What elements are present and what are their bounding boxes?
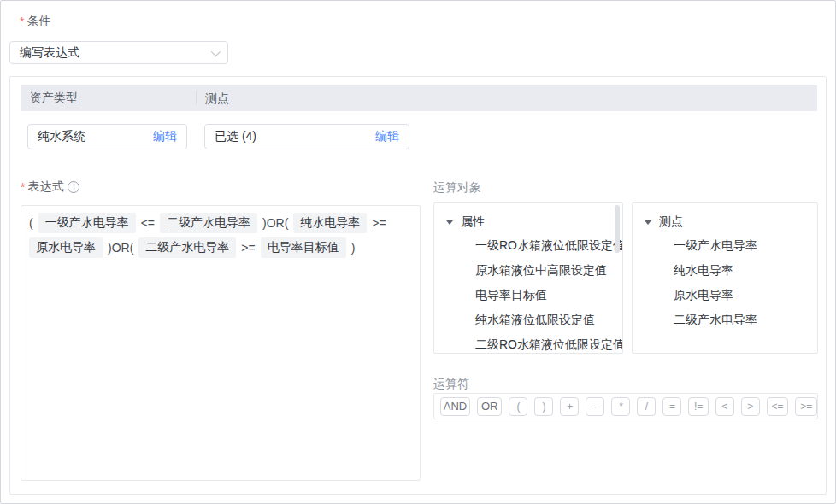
- operator-button[interactable]: *: [611, 397, 630, 416]
- tree-node-points[interactable]: 测点: [633, 214, 817, 230]
- expression-operand-chip[interactable]: 电导率目标值: [261, 237, 346, 258]
- operand-group-points-panel: 测点 一级产水电导率纯水电导率原水电导率二级产水电导率: [632, 202, 818, 354]
- scrollbar-thumb[interactable]: [615, 205, 620, 253]
- points-item-list: 一级产水电导率纯水电导率原水电导率二级产水电导率: [633, 233, 817, 332]
- required-asterisk: *: [20, 15, 24, 28]
- tree-node-label: 测点: [659, 214, 683, 230]
- operator-button[interactable]: AND: [440, 397, 470, 416]
- operator-button[interactable]: >=: [795, 397, 817, 416]
- condition-label-text: 条件: [26, 14, 50, 29]
- operand-group-attributes-panel: 属性 一级RO水箱液位低限设定值原水箱液位中高限设定值电导率目标值纯水箱液位低限…: [433, 202, 623, 354]
- operand-item[interactable]: 一级产水电导率: [633, 233, 817, 258]
- caret-down-icon: [446, 220, 453, 225]
- panel-root: * 条件 编写表达式 资产类型 测点 纯水系统 编辑 已选 (4) 编辑 * 表…: [0, 0, 836, 504]
- operator-button[interactable]: =: [662, 397, 681, 416]
- expression-label-text: 表达式: [27, 179, 63, 195]
- point-edit-link[interactable]: 编辑: [375, 129, 399, 144]
- operand-item[interactable]: 纯水电导率: [633, 258, 817, 283]
- expression-operand-chip[interactable]: 二级产水电导率: [138, 237, 236, 258]
- caret-down-icon: [645, 220, 651, 225]
- expression-operand-chip[interactable]: 纯水电导率: [293, 213, 367, 233]
- asset-type-edit-link[interactable]: 编辑: [153, 129, 177, 144]
- attributes-item-list: 一级RO水箱液位低限设定值原水箱液位中高限设定值电导率目标值纯水箱液位低限设定值…: [434, 233, 622, 354]
- point-selected-value: 已选 (4): [215, 129, 256, 144]
- operator-button[interactable]: (: [509, 397, 527, 416]
- operator-button[interactable]: <=: [767, 397, 789, 416]
- column-header-point: 测点: [196, 91, 817, 105]
- condition-label: * 条件: [20, 14, 50, 29]
- condition-config-container: 资产类型 测点 纯水系统 编辑 已选 (4) 编辑 * 表达式 i (一级产水电…: [9, 76, 827, 495]
- expression-token: (: [29, 216, 33, 230]
- chevron-down-icon: [211, 46, 221, 56]
- operands-section-label: 运算对象: [433, 180, 481, 196]
- operand-item[interactable]: 一级RO水箱液位低限设定值: [434, 233, 622, 258]
- expression-token: )OR(: [108, 241, 133, 255]
- expression-operand-chip[interactable]: 一级产水电导率: [38, 213, 136, 233]
- condition-type-select[interactable]: 编写表达式: [9, 41, 228, 64]
- selection-table-header: 资产类型 测点: [21, 85, 817, 111]
- operator-button[interactable]: /: [637, 397, 656, 416]
- operator-buttons: ANDOR()+-*/=!=<><=>=: [433, 393, 818, 419]
- point-box: 已选 (4) 编辑: [204, 124, 409, 149]
- operand-item[interactable]: 原水箱液位中高限设定值: [434, 258, 622, 283]
- expression-editor[interactable]: (一级产水电导率<=二级产水电导率)OR(纯水电导率>=原水电导率)OR(二级产…: [21, 205, 421, 481]
- condition-type-select-value: 编写表达式: [20, 45, 79, 61]
- operator-button[interactable]: -: [586, 397, 604, 416]
- operand-item[interactable]: 纯水箱液位低限设定值: [434, 308, 622, 332]
- operand-item[interactable]: 原水电导率: [633, 283, 817, 308]
- expression-token: >=: [372, 216, 386, 230]
- expression-token: )OR(: [262, 216, 288, 230]
- required-asterisk: *: [21, 180, 25, 194]
- asset-type-value: 纯水系统: [38, 129, 85, 144]
- operand-item[interactable]: 二级产水电导率: [633, 308, 817, 332]
- operand-item[interactable]: 电导率目标值: [434, 283, 622, 308]
- tree-node-attributes[interactable]: 属性: [434, 214, 622, 230]
- operator-button[interactable]: OR: [477, 397, 502, 416]
- expression-token: ): [351, 241, 356, 255]
- expression-label: * 表达式 i: [21, 179, 79, 195]
- asset-type-box: 纯水系统 编辑: [27, 124, 187, 149]
- operators-section-label: 运算符: [433, 377, 469, 392]
- info-circle-icon[interactable]: i: [68, 181, 79, 193]
- expression-token: <=: [141, 216, 155, 230]
- column-header-asset-type: 资产类型: [21, 91, 196, 106]
- operator-button[interactable]: +: [560, 397, 579, 416]
- operator-button[interactable]: >: [741, 397, 760, 416]
- expression-operand-chip[interactable]: 原水电导率: [29, 237, 103, 258]
- operand-item[interactable]: 二级RO水箱液位低限设定值: [434, 332, 622, 354]
- operator-button[interactable]: ): [534, 397, 553, 416]
- tree-node-label: 属性: [461, 214, 485, 230]
- operator-button[interactable]: !=: [688, 397, 708, 416]
- expression-operand-chip[interactable]: 二级产水电导率: [160, 213, 257, 233]
- expression-token: >=: [241, 241, 255, 255]
- operator-button[interactable]: <: [715, 397, 734, 416]
